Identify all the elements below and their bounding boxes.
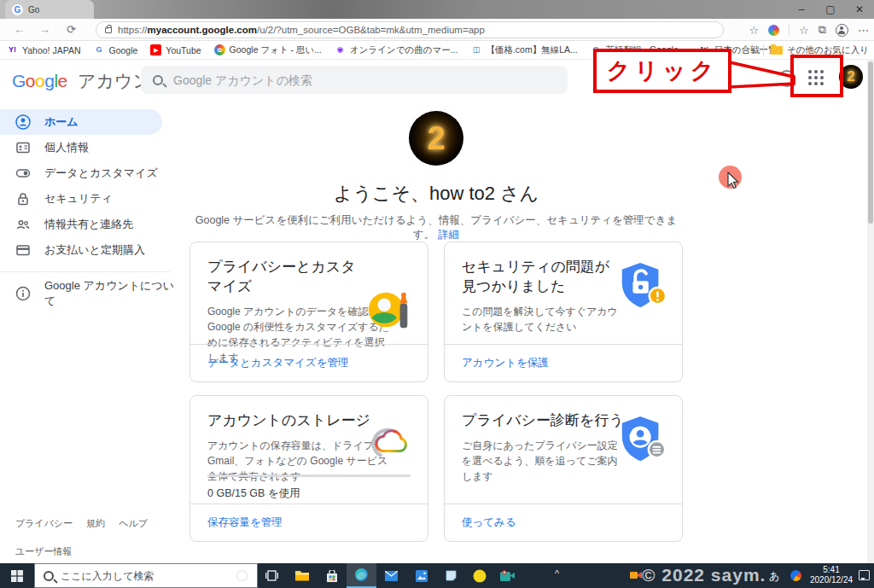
taskbar-clock[interactable]: 5:41 2020/12/24	[807, 565, 855, 585]
youtube-icon: ▶	[150, 44, 161, 55]
card-title: セキュリティの問題が見つかりました	[445, 242, 620, 297]
screen-recorder-icon[interactable]	[492, 563, 522, 588]
kakaku-icon: ◫	[470, 44, 481, 55]
card-title: アカウントのストレージ	[190, 396, 378, 431]
manage-data-link[interactable]: データとカスタマイズを管理	[207, 356, 348, 370]
yellow-app-icon[interactable]	[464, 563, 494, 588]
windows-logo-icon	[11, 570, 23, 582]
cortana-icon[interactable]	[227, 563, 257, 588]
account-avatar[interactable]: 2	[839, 65, 863, 89]
google-icon: G	[591, 44, 602, 55]
maximize-button[interactable]: ▢	[816, 0, 845, 19]
browser-profile-icon[interactable]	[836, 24, 848, 37]
google-icon: G	[93, 44, 104, 55]
get-started-link[interactable]: 使ってみる	[462, 515, 516, 530]
bookmark-translate[interactable]: G英語翻訳 - Google...	[591, 44, 686, 56]
sticky-notes-icon[interactable]	[436, 563, 466, 588]
tray-expand-icon[interactable]: ^	[555, 568, 559, 579]
help-link[interactable]: ヘルプ	[119, 517, 148, 530]
task-view-icon[interactable]	[257, 563, 287, 588]
scrollbar-thumb[interactable]	[868, 61, 873, 224]
badge-icon	[15, 140, 31, 155]
collections-icon[interactable]: ⧉	[819, 23, 826, 37]
people-icon	[15, 217, 31, 232]
divider	[789, 24, 790, 36]
card-title: プライバシーとカスタマイズ	[190, 242, 365, 297]
photos-icon[interactable]	[406, 563, 436, 588]
clock-time: 5:41	[807, 565, 855, 575]
account-search-box[interactable]	[141, 66, 568, 94]
card-security-issues[interactable]: セキュリティの問題が見つかりました この問題を解決して今すぐアカウントを保護して…	[444, 242, 683, 382]
ime-indicator[interactable]: あ	[769, 569, 779, 584]
close-button[interactable]: ✕	[845, 0, 874, 19]
favorites-bar-icon[interactable]: ☆	[799, 24, 809, 37]
sidebar-item-payments[interactable]: お支払いと定期購入	[0, 237, 179, 263]
sidebar: ホーム 個人情報 データとカスタマイズ セキュリティ 情報共有と連絡先 お支払い…	[0, 99, 179, 563]
card-body: ご自身にあったプライバシー設定を選べるよう、順を追ってご案内します	[445, 431, 620, 484]
tray-color-orb-icon[interactable]	[790, 570, 801, 581]
settings-more-icon[interactable]: ⋯	[858, 24, 869, 37]
browser-tab[interactable]: G Go	[5, 0, 94, 19]
profile-avatar[interactable]: 2	[409, 111, 463, 166]
tab-title: Go	[28, 5, 39, 15]
minimize-button[interactable]: –	[787, 0, 816, 19]
bookmark-google[interactable]: GGoogle	[93, 44, 137, 55]
lock-icon	[15, 191, 31, 207]
welcome-subtitle: Google サービスを便利にご利用いただけるよう、情報、プライバシー、セキュリ…	[189, 213, 683, 242]
mail-icon[interactable]	[376, 563, 406, 588]
bookmark-yahoo[interactable]: Y!Yahoo! JAPAN	[7, 44, 80, 55]
storage-progress-bar	[207, 474, 411, 477]
watermark-text: © 2022 saym.	[642, 565, 766, 585]
desktop: G Go – ▢ ✕ ← → ⟳ https://myaccount.googl…	[0, 0, 874, 588]
sidebar-item-personal-info[interactable]: 個人情報	[0, 135, 179, 160]
privacy-link[interactable]: プライバシー	[15, 517, 73, 530]
refresh-icon[interactable]: ⟳	[67, 19, 76, 41]
yahoo-icon: Y!	[7, 44, 18, 55]
microsoft-store-icon[interactable]	[317, 563, 347, 588]
bookmark-google-photos[interactable]: ✿Google フォト - 思い...	[214, 44, 322, 56]
windows-taskbar: ^ © 2022 saym. あ 5:41 2020/12/24	[0, 563, 874, 588]
terms-link[interactable]: 規約	[86, 517, 105, 530]
google-apps-grid-icon[interactable]	[808, 70, 825, 87]
tray-app-icon[interactable]	[630, 570, 642, 580]
google-one-cloud-icon	[366, 418, 414, 466]
start-button[interactable]	[0, 563, 34, 588]
edge-browser-icon[interactable]	[347, 563, 376, 588]
forward-icon[interactable]: →	[39, 19, 50, 41]
taskbar-search-input[interactable]	[61, 570, 248, 582]
browser-titlebar: G Go – ▢ ✕	[0, 0, 874, 19]
file-explorer-icon[interactable]	[287, 563, 317, 588]
clock-date: 2020/12/24	[807, 575, 855, 585]
bookmarks-overflow-icon[interactable]: ›	[753, 44, 756, 57]
notification-center-icon[interactable]	[859, 570, 870, 580]
card-privacy-checkup[interactable]: プライバシー診断を行う ご自身にあったプライバシー設定を選べるよう、順を追ってご…	[444, 395, 683, 542]
browser-navbar: ← → ⟳ https://myaccount.google.com/u/2/?…	[0, 19, 874, 41]
taskbar-search-box[interactable]	[34, 563, 258, 588]
favorite-star-icon[interactable]: ☆	[749, 24, 759, 37]
page-scrollbar[interactable]	[867, 60, 874, 563]
url-bar[interactable]: https://myaccount.google.com/u/2/?utm_so…	[96, 21, 724, 38]
bookmark-youtube[interactable]: ▶YouTube	[150, 44, 201, 55]
details-link[interactable]: 詳細	[438, 229, 459, 241]
bookmark-kakaku[interactable]: ◫【価格.com】無線LA...	[470, 44, 577, 56]
google-favicon-icon: G	[12, 4, 23, 15]
card-account-storage[interactable]: アカウントのストレージ アカウントの保存容量は、ドライブ、Gmail、フォトなど…	[189, 395, 428, 542]
manage-storage-link[interactable]: 保存容量を管理	[207, 515, 283, 530]
bookmark-music[interactable]: ◉オンラインでの曲のマー...	[335, 44, 457, 56]
url-text: https://myaccount.google.com/u/2/?utm_so…	[118, 25, 485, 35]
sidebar-item-data-personalization[interactable]: データとカスタマイズ	[0, 160, 179, 186]
extension-icon[interactable]	[768, 25, 779, 36]
back-icon[interactable]: ←	[14, 19, 25, 41]
protect-account-link[interactable]: アカウントを保護	[462, 356, 549, 370]
sidebar-item-security[interactable]: セキュリティ	[0, 186, 179, 212]
sidebar-item-about[interactable]: Google アカウントについて	[0, 281, 179, 306]
card-privacy-personalization[interactable]: プライバシーとカスタマイズ Google アカウントのデータを確認し、Googl…	[189, 242, 428, 382]
help-icon[interactable]: ?	[778, 70, 795, 87]
other-favorites-button[interactable]: その他のお気に入り	[771, 44, 869, 56]
google-account-header: Google アカウント ?	[0, 60, 867, 99]
wikipedia-icon: W	[699, 44, 710, 55]
sidebar-item-people-sharing[interactable]: 情報共有と連絡先	[0, 212, 179, 237]
account-search-input[interactable]	[173, 73, 556, 87]
bookmarks-bar: Y!Yahoo! JAPAN GGoogle ▶YouTube ✿Google …	[0, 41, 874, 60]
sidebar-item-home[interactable]: ホーム	[0, 109, 162, 135]
